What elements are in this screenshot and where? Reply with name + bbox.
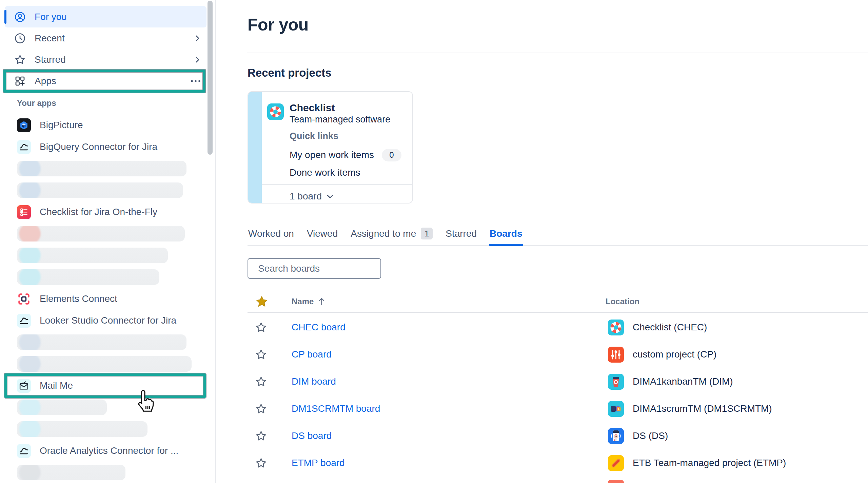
active-indicator-bar <box>4 10 6 24</box>
elements-app-icon <box>17 292 31 306</box>
sidebar-app-oracle-analytics-connector-for[interactable]: Oracle Analytics Connector for ... <box>0 440 215 462</box>
location-label: ETB Team-managed project (ETMP) <box>633 458 786 468</box>
sidebar-item-starred[interactable]: Starred <box>5 49 206 70</box>
star-toggle[interactable] <box>255 349 267 360</box>
sidebar-item-label: Apps <box>35 76 56 86</box>
sidebar-item-label: For you <box>35 12 67 22</box>
redacted-app-blur <box>17 269 159 285</box>
project-avatar-dim <box>608 374 624 390</box>
sidebar-app-redacted[interactable] <box>0 245 215 266</box>
project-avatar-etmp <box>608 455 624 471</box>
sidebar-app-redacted[interactable] <box>0 179 215 201</box>
location-label: DS (DS) <box>633 430 668 441</box>
redacted-app-blur <box>17 334 186 350</box>
quick-link-open-work-items[interactable]: My open work items 0 <box>290 148 401 162</box>
table-row-chec-board: CHEC boardChecklist (CHEC) <box>248 314 868 341</box>
sidebar-app-label: Elements Connect <box>40 293 117 304</box>
tab-label: Viewed <box>307 228 338 239</box>
title-divider <box>247 53 868 53</box>
redacted-app-icon-blob <box>19 334 41 350</box>
sidebar-app-elements-connect[interactable]: Elements Connect <box>0 288 215 310</box>
bigpicture-app-icon <box>17 118 31 132</box>
star-column-header[interactable] <box>248 295 283 308</box>
tabs-bar: Worked onViewedAssigned to me1StarredBoa… <box>248 227 868 246</box>
sidebar-app-bigquery-connector-for-jira[interactable]: BigQuery Connector for Jira <box>0 136 215 158</box>
tab-count-badge: 1 <box>421 228 433 239</box>
chevron-right-icon[interactable] <box>194 35 201 42</box>
tab-worked-on[interactable]: Worked on <box>248 227 295 245</box>
star-toggle[interactable] <box>255 457 267 469</box>
boards-table-body: CHEC boardChecklist (CHEC)CP boardcustom… <box>248 314 868 477</box>
tab-label: Worked on <box>248 228 294 239</box>
sidebar-app-redacted[interactable] <box>0 397 215 418</box>
jira-for-you-page: For youRecentStarredApps Your apps BigPi… <box>0 0 868 483</box>
name-column-header[interactable]: Name <box>292 297 314 306</box>
board-link[interactable]: ETMP board <box>292 458 345 468</box>
redacted-app-icon-blob <box>19 269 41 285</box>
star-toggle[interactable] <box>255 322 267 333</box>
tab-label: Assigned to me <box>351 228 416 239</box>
board-link[interactable]: DS board <box>292 430 332 441</box>
project-type: Team-managed software <box>290 114 390 125</box>
sidebar-app-checklist-for-jira-on-the-fly[interactable]: Checklist for Jira On-the-Fly <box>0 201 215 223</box>
sidebar-app-mail-me[interactable]: Mail Me <box>0 375 215 397</box>
board-link[interactable]: CP board <box>292 349 332 360</box>
tab-starred[interactable]: Starred <box>445 227 477 245</box>
search-boards-box[interactable] <box>248 258 381 279</box>
star-toggle[interactable] <box>255 376 267 387</box>
star-icon <box>14 53 26 66</box>
sidebar-app-label: Oracle Analytics Connector for ... <box>40 445 178 456</box>
sidebar-app-label: BigQuery Connector for Jira <box>40 141 157 152</box>
tab-label: Boards <box>490 228 522 239</box>
search-boards-input[interactable] <box>258 263 380 274</box>
redacted-app-blur <box>17 248 168 263</box>
star-toggle[interactable] <box>255 430 267 442</box>
star-filled-icon <box>255 295 268 308</box>
sidebar-app-redacted[interactable] <box>0 418 215 440</box>
project-name[interactable]: Checklist <box>290 102 335 114</box>
sidebar-item-apps[interactable]: Apps <box>5 70 206 92</box>
sidebar-app-looker-studio-connector-for-jira[interactable]: Looker Studio Connector for Jira <box>0 310 215 331</box>
sidebar-app-redacted[interactable] <box>0 331 215 353</box>
table-row-cp-board: CP boardcustom project (CP) <box>248 341 868 368</box>
main-content: For you Recent projects Checklist Team-m… <box>216 0 868 483</box>
sidebar-app-redacted[interactable] <box>0 462 215 483</box>
chevron-down-icon <box>327 194 334 199</box>
project-card-accent-strip <box>248 92 262 203</box>
sort-ascending-icon[interactable] <box>318 297 326 306</box>
card-divider <box>262 184 412 185</box>
project-avatar-ds <box>608 428 624 444</box>
board-count-dropdown[interactable]: 1 board <box>290 190 334 203</box>
tab-boards[interactable]: Boards <box>489 227 523 245</box>
board-link[interactable]: DIM board <box>292 376 336 387</box>
sidebar-nav: For youRecentStarredApps <box>0 0 215 92</box>
redacted-app-blur <box>17 356 192 372</box>
more-options-icon[interactable] <box>190 80 201 82</box>
redacted-app-icon-blob <box>19 356 41 372</box>
location-column-header[interactable]: Location <box>606 297 639 306</box>
sidebar-app-redacted[interactable] <box>0 223 215 245</box>
tab-viewed[interactable]: Viewed <box>306 227 338 245</box>
recent-projects-heading: Recent projects <box>248 66 332 79</box>
sidebar-scrollbar[interactable] <box>208 1 213 155</box>
connector-app-icon <box>17 140 31 154</box>
chevron-right-icon[interactable] <box>194 56 201 63</box>
sidebar-app-redacted[interactable] <box>0 353 215 375</box>
sidebar-app-redacted[interactable] <box>0 266 215 288</box>
quick-links-label: Quick links <box>290 131 338 141</box>
clock-icon <box>14 32 26 45</box>
star-toggle[interactable] <box>255 403 267 414</box>
board-link[interactable]: CHEC board <box>292 322 346 333</box>
sidebar-app-label: BigPicture <box>40 120 83 131</box>
sidebar-item-for-you[interactable]: For you <box>5 6 206 27</box>
sidebar-app-bigpicture[interactable]: BigPicture <box>0 114 215 136</box>
project-avatar-chec <box>608 320 624 335</box>
project-avatar-checklist <box>267 103 284 120</box>
sidebar-app-redacted[interactable] <box>0 158 215 179</box>
quick-link-done-work-items[interactable]: Done work items <box>290 166 401 179</box>
sidebar-item-recent[interactable]: Recent <box>5 27 206 49</box>
tab-assigned-to-me[interactable]: Assigned to me1 <box>350 227 433 245</box>
board-link[interactable]: DM1SCRMTM board <box>292 403 380 414</box>
redacted-app-blur <box>17 182 183 198</box>
redacted-app-icon-blob <box>19 182 41 198</box>
